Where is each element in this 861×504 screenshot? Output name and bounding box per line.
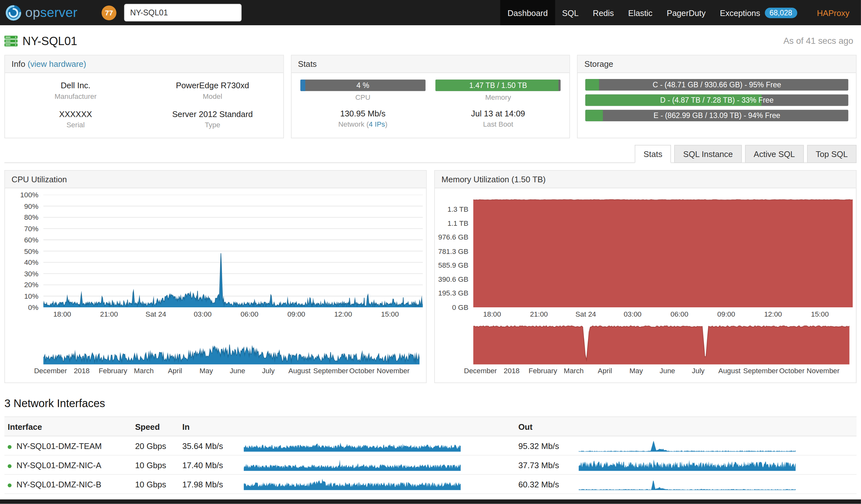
axis-tick-label: 21:00	[530, 310, 548, 319]
tab-stats[interactable]: Stats	[635, 145, 671, 163]
axis-tick-label: 976.6 GB	[438, 233, 468, 241]
logo-server-text: server	[40, 5, 78, 19]
axis-tick-label: 18:00	[53, 310, 71, 319]
storage-drive-bar: E - (862.99 GB / 13.09 TB) - 94% Free	[586, 110, 848, 121]
interface-in-rate: 17.40 Mb/s	[179, 457, 240, 473]
interface-name-cell: NY-SQL01-DMZ-NIC-A	[4, 457, 132, 473]
cpu-main-chart[interactable]	[43, 195, 423, 307]
status-dot	[8, 464, 12, 468]
ips-link[interactable]: 4 IPs	[369, 120, 385, 128]
opserver-logo[interactable]: opserver	[5, 5, 78, 21]
interface-name: NY-SQL01-DMZ-NIC-B	[16, 479, 101, 489]
in-traffic-sparkline	[244, 459, 461, 471]
axis-tick-label: March	[564, 366, 584, 375]
interface-name-cell: NY-SQL01-DMZ-TEAM	[4, 438, 132, 454]
network-interface-row[interactable]: NY-SQL01-DMZ-NIC-A10 Gbps17.40 Mb/s37.73…	[4, 456, 857, 475]
axis-tick-label: July	[692, 366, 705, 375]
network-stat: 130.95 Mb/s Network (4 IPs)	[300, 109, 425, 128]
network-interfaces-heading: 3 Network Interfaces	[4, 397, 857, 410]
out-traffic-sparkline	[579, 459, 796, 471]
boot-stat: Jul 13 at 14:09 Last Boot	[436, 109, 561, 128]
storage-drive-text: C - (48.71 GB / 930.66 GB) - 95% Free	[586, 79, 848, 90]
nav-item-elastic[interactable]: Elastic	[621, 0, 659, 25]
interface-speed: 10 Gbps	[132, 457, 179, 473]
col-speed: Speed	[132, 419, 179, 435]
axis-tick-label: 50%	[24, 247, 38, 255]
network-label-suffix: )	[385, 120, 387, 128]
memory-months-axis: December2018FebruaryMarchAprilMayJuneJul…	[473, 366, 849, 376]
axis-tick-label: April	[168, 366, 182, 375]
top-navbar: opserver 77 DashboardSQLRedisElasticPage…	[0, 0, 861, 25]
stats-grid: 4 % CPU 1.47 TB / 1.50 TB Memory 130.95 …	[291, 73, 570, 136]
view-hardware-link[interactable]: (view hardware)	[28, 59, 86, 68]
axis-tick-label: April	[598, 366, 612, 375]
info-field: Server 2012 Standard Type	[146, 109, 279, 129]
network-interface-row[interactable]: NY-SQL01-DMZ-NIC-B10 Gbps17.98 Mb/s60.32…	[4, 475, 857, 494]
storage-drive-bar: C - (48.71 GB / 930.66 GB) - 95% Free	[586, 79, 848, 90]
out-traffic-sparkline	[579, 478, 796, 490]
view-tabs: StatsSQL InstanceActive SQLTop SQL	[4, 145, 857, 163]
col-in-chart	[241, 423, 515, 430]
page-header: NY-SQL01 As of 41 secs ago	[0, 25, 861, 55]
axis-tick-label: December	[464, 366, 497, 375]
interface-name-cell: NY-SQL01-DMZ-NIC-B	[4, 476, 132, 492]
axis-tick-label: 0%	[28, 303, 38, 311]
axis-tick-label: 20%	[24, 281, 38, 289]
memory-x-axis: 18:0021:00Sat 2403:0006:0009:0012:0015:0…	[473, 307, 849, 320]
memory-bar-text: 1.47 TB / 1.50 TB	[436, 80, 561, 91]
axis-tick-label: 781.3 GB	[438, 247, 468, 255]
issue-count-badge[interactable]: 77	[101, 5, 116, 20]
in-traffic-sparkline	[244, 478, 461, 490]
in-traffic-sparkline	[244, 440, 461, 452]
cpu-utilization-panel: CPU Utilization 100%90%80%70%60%50%40%30…	[4, 170, 427, 383]
interface-out-rate: 60.32 Mb/s	[515, 476, 576, 492]
opserver-logo-text: opserver	[25, 5, 78, 20]
opserver-dashboard-page: opserver 77 DashboardSQLRedisElasticPage…	[0, 0, 861, 504]
axis-tick-label: Sat 24	[575, 310, 596, 319]
axis-tick-label: November	[377, 366, 410, 375]
axis-tick-label: 06:00	[670, 310, 688, 319]
cpu-chart-title: CPU Utilization	[5, 171, 426, 188]
axis-tick-label: 15:00	[381, 310, 399, 319]
tab-sql-instance[interactable]: SQL Instance	[674, 145, 742, 163]
server-icon	[4, 36, 18, 47]
manufacturer-value: Dell Inc.	[9, 81, 142, 90]
node-search-input[interactable]	[124, 4, 242, 22]
nav-item-redis[interactable]: Redis	[586, 0, 621, 25]
col-out: Out	[515, 419, 576, 435]
interface-in-rate: 35.64 Mb/s	[179, 438, 240, 454]
tab-top-sql[interactable]: Top SQL	[807, 145, 857, 163]
cpu-overview-brush[interactable]	[43, 323, 420, 364]
nav-item-pagerduty[interactable]: PagerDuty	[659, 0, 712, 25]
nav-item-label: Redis	[593, 8, 614, 17]
nav-item-sql[interactable]: SQL	[555, 0, 586, 25]
axis-tick-label: 2018	[504, 366, 520, 375]
nav-item-exceptions[interactable]: Exceptions68,028	[713, 0, 804, 25]
axis-tick-label: June	[230, 366, 245, 375]
memory-overview-brush[interactable]	[473, 323, 849, 364]
interface-speed: 10 Gbps	[132, 476, 179, 492]
memory-main-chart[interactable]	[473, 195, 853, 307]
nav-item-label: Dashboard	[507, 8, 548, 17]
nav-item-haproxy[interactable]: HAProxy	[810, 0, 857, 25]
axis-tick-label: November	[807, 366, 839, 375]
axis-tick-label: 09:00	[287, 310, 305, 319]
axis-tick-label: 10%	[24, 292, 38, 300]
axis-tick-label: August	[288, 366, 310, 375]
network-label: Network (4 IPs)	[300, 120, 425, 128]
axis-tick-label: December	[34, 366, 67, 375]
memory-y-axis: 1.3 TB1.1 TB976.6 GB781.3 GB585.9 GB390.…	[435, 195, 473, 307]
axis-tick-label: 06:00	[241, 310, 259, 319]
type-label: Type	[146, 121, 279, 129]
network-interface-row[interactable]: NY-SQL01-DMZ-TEAM20 Gbps35.64 Mb/s95.32 …	[4, 436, 857, 456]
memory-usage-bar: 1.47 TB / 1.50 TB	[436, 80, 561, 91]
axis-tick-label: 195.3 GB	[438, 289, 468, 297]
network-table-body: NY-SQL01-DMZ-TEAM20 Gbps35.64 Mb/s95.32 …	[4, 436, 857, 494]
axis-tick-label: 390.6 GB	[438, 275, 468, 284]
storage-drive-bar: D - (4.87 TB / 7.28 TB) - 33% Free	[586, 94, 848, 106]
nav-item-dashboard[interactable]: Dashboard	[501, 0, 555, 25]
logo-op-text: op	[25, 5, 40, 19]
tab-active-sql[interactable]: Active SQL	[745, 145, 804, 163]
info-field: XXXXXX Serial	[9, 109, 142, 129]
axis-tick-label: 0 GB	[452, 303, 468, 311]
